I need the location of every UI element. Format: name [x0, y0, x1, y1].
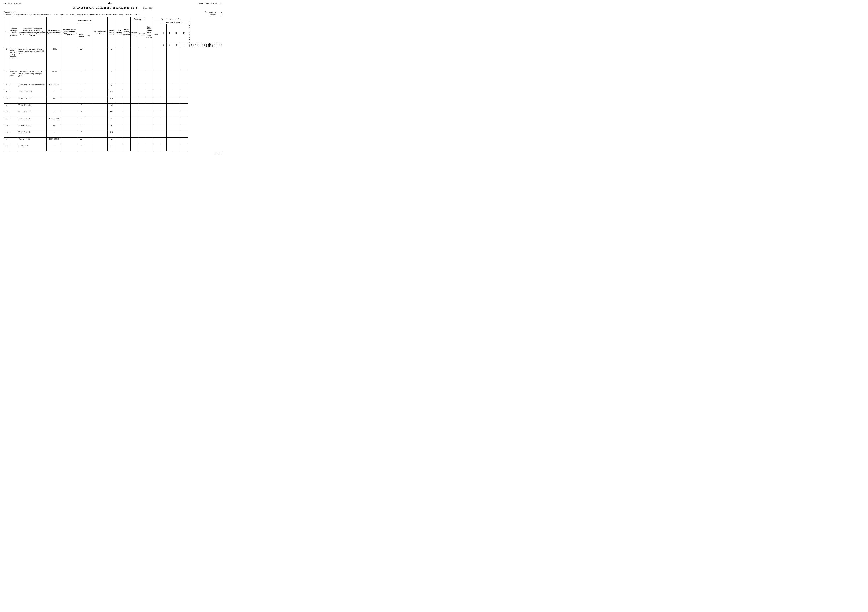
cell-1: 8	[4, 83, 9, 90]
cell-11	[123, 117, 130, 124]
cell-1: 16	[4, 138, 9, 144]
cell-6: шт	[77, 48, 86, 70]
cell-7	[86, 97, 92, 104]
cell-16	[160, 70, 167, 83]
vsego-listov-value: 4	[217, 11, 222, 13]
cell-2: -	[9, 138, 18, 144]
cell-2: -	[9, 83, 18, 90]
cell-4: 10Б96к	[46, 70, 62, 83]
cell-10	[115, 104, 123, 110]
cell-15	[152, 117, 160, 124]
cell-3: Труба стальная бесшовная Ø 219 х 6	[18, 83, 46, 90]
cell-9: 0,5	[108, 97, 115, 104]
th-col11: Потреб-ность на пуско-вой комп-лекс	[123, 17, 130, 48]
cell-9: 0,5	[108, 90, 115, 97]
cell-6: "	[77, 117, 86, 124]
cell-19	[180, 117, 188, 124]
cell-8	[92, 70, 108, 83]
cell-19	[180, 48, 188, 70]
cell-12	[130, 138, 138, 144]
cell-4: -"-	[46, 104, 62, 110]
cell-4: -"-	[46, 90, 62, 97]
cell-8	[92, 117, 108, 124]
meta-right: Всего листов 4 Лист № 2	[205, 11, 222, 16]
th-sklad: в т. ч. на складе	[138, 21, 146, 48]
table-row: 16-Фланец 50 – 10ГОСТ 1255-67шт2	[4, 138, 222, 144]
cell-11	[123, 144, 130, 151]
cell-17	[167, 90, 173, 97]
th-col2: № поз. по тех-нологи-ческой схеме, место…	[9, 17, 18, 48]
th-q1: I	[160, 24, 167, 43]
cell-8	[92, 83, 108, 90]
cell-11	[123, 138, 130, 144]
cell-5	[62, 83, 77, 90]
th-unit-code: код	[86, 24, 92, 48]
cell-9: 1	[108, 124, 115, 131]
cell-8	[92, 104, 108, 110]
cell-10	[115, 48, 123, 70]
table-row: 13-То же, Ø 45 х 3,5ГОСТ 8734-58"2	[4, 117, 222, 124]
cell-15	[152, 83, 160, 90]
cell-12	[130, 83, 138, 90]
cell-17	[167, 104, 173, 110]
cell-1: 13	[4, 117, 9, 124]
meta-section: Предприятие Объект (производственная мощ…	[4, 11, 222, 16]
cell-8	[92, 124, 108, 131]
th-col9: Потреб-ность по проекту	[108, 17, 115, 48]
cell-14	[146, 90, 152, 97]
cn5: 5	[191, 43, 192, 47]
cell-3: То же, 50 – 6	[18, 144, 46, 151]
cell-10	[115, 70, 123, 83]
cn1: 1	[160, 43, 167, 47]
cell-3: То же, Ø 76 х 3,5	[18, 104, 46, 110]
cell-18	[173, 117, 180, 124]
cell-17	[167, 117, 173, 124]
cell-15	[152, 144, 160, 151]
cell-13	[138, 131, 146, 138]
cn18: 18	[218, 43, 220, 47]
th-cost: Стои-мость всего в тыс. руб.	[188, 21, 191, 48]
page-title: ЗАКАЗНАЯ СПЕЦИФИКАЦИЯ № 3 (тип III)	[4, 6, 222, 9]
cell-16	[160, 144, 167, 151]
object-label: Объект (производственная мощность)	[4, 13, 36, 15]
cell-1: 14	[4, 124, 9, 131]
cell-14	[146, 97, 152, 104]
cell-10	[115, 144, 123, 151]
cell-17	[167, 83, 173, 90]
cell-14	[146, 124, 152, 131]
cell-9: 0,5	[108, 131, 115, 138]
cell-11	[123, 104, 130, 110]
cell-5	[62, 97, 77, 104]
cell-4: -"-	[46, 110, 62, 117]
cell-3: То же, Ø 159 х 4,5	[18, 90, 46, 97]
cell-6: "	[77, 70, 86, 83]
cell-8	[92, 131, 108, 138]
cell-12	[130, 124, 138, 131]
cell-2: -	[9, 144, 18, 151]
cell-13	[138, 70, 146, 83]
cell-8	[92, 144, 108, 151]
footer-stamp: 7731/3	[214, 152, 222, 155]
cell-18	[173, 138, 180, 144]
cell-4: -"-	[46, 131, 62, 138]
cell-18	[173, 144, 180, 151]
th-q2: II	[167, 24, 173, 43]
cell-13	[138, 104, 146, 110]
main-table: № п-п № поз. по тех-нологи-ческой схеме,…	[4, 17, 222, 151]
cell-18	[173, 97, 180, 104]
cell-19	[180, 70, 188, 83]
cell-2: -	[9, 104, 18, 110]
cn14: 14	[209, 43, 212, 47]
th-col1: № п-п	[4, 17, 9, 48]
cell-19	[180, 138, 188, 144]
cell-4: 10Б96к	[46, 48, 62, 70]
header-left: р.п. 407-4-29 АА-III	[4, 2, 21, 5]
table-row: 6Уста-новка пробно-опускного крана на па…	[4, 48, 222, 70]
cell-14	[146, 83, 152, 90]
cell-4: -"-	[46, 97, 62, 104]
cell-5	[62, 110, 77, 117]
th-col10: Цена едини-цы в тыс. руб.	[115, 17, 123, 48]
cell-8	[92, 138, 108, 144]
cell-5	[62, 138, 77, 144]
cell-6: "	[77, 144, 86, 151]
